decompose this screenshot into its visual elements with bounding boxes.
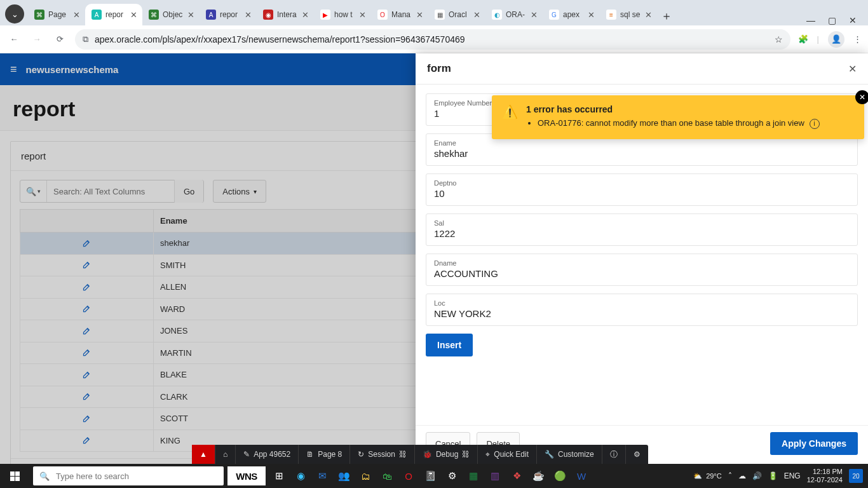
- action-center-icon[interactable]: 20: [849, 469, 863, 483]
- oracle-icon[interactable]: O: [398, 464, 419, 488]
- tab-close-icon[interactable]: ✕: [187, 10, 194, 20]
- tab-close-icon[interactable]: ✕: [531, 10, 538, 20]
- taskbar-search[interactable]: 🔍 Type here to search: [33, 466, 224, 485]
- language-indicator[interactable]: ENG: [784, 471, 801, 480]
- browser-tab[interactable]: OMana✕: [371, 4, 428, 25]
- tab-favicon: ▦: [435, 10, 445, 20]
- field-deptno[interactable]: Deptno 10: [426, 173, 858, 206]
- window-maximize-button[interactable]: ▢: [828, 15, 836, 25]
- devbar-quickedit[interactable]: ⌖Quick Edit: [478, 445, 537, 464]
- tab-close-icon[interactable]: ✕: [73, 10, 80, 20]
- devbar-debug[interactable]: 🐞Debug⛓: [415, 445, 478, 464]
- wns-widget[interactable]: WNS: [227, 466, 266, 485]
- store-icon[interactable]: 🛍: [376, 464, 398, 488]
- tab-title: Objec: [163, 10, 184, 19]
- tab-title: Oracl: [449, 10, 470, 19]
- outlook-icon[interactable]: ✉: [311, 464, 333, 488]
- app-icon-red[interactable]: ❖: [506, 464, 527, 488]
- chrome-icon[interactable]: 🟢: [549, 464, 571, 488]
- edge-icon[interactable]: ◉: [290, 464, 311, 488]
- tab-title: repor: [220, 10, 241, 19]
- browser-tab[interactable]: ≡sql se✕: [600, 4, 657, 25]
- value-deptno: 10: [434, 188, 850, 199]
- nav-reload-button[interactable]: ⟳: [52, 32, 67, 47]
- browser-tab[interactable]: ▦Oracl✕: [428, 4, 485, 25]
- field-sal[interactable]: Sal 1222: [426, 214, 858, 246]
- devbar-settings[interactable]: ⚙: [626, 445, 648, 464]
- label-ename: Ename: [434, 139, 850, 147]
- drawer-close-button[interactable]: ✕: [848, 63, 857, 75]
- start-button[interactable]: [0, 464, 29, 488]
- nav-back-button[interactable]: ←: [6, 32, 22, 47]
- tab-close-icon[interactable]: ✕: [416, 10, 423, 20]
- tab-title: repor: [105, 10, 126, 19]
- page-icon: 🗎: [306, 450, 314, 459]
- windows-taskbar: 🔍 Type here to search WNS ⊞ ◉ ✉ 👥 🗂 🛍 O …: [0, 464, 868, 488]
- tab-close-icon[interactable]: ✕: [302, 10, 309, 20]
- tab-close-icon[interactable]: ✕: [359, 10, 366, 20]
- browser-tab[interactable]: Arepor✕: [200, 4, 257, 25]
- devbar-app[interactable]: ✎App 49652: [236, 445, 299, 464]
- site-info-icon[interactable]: ⧉: [83, 34, 88, 44]
- tab-title: Intera: [277, 10, 298, 19]
- tab-close-icon[interactable]: ✕: [645, 10, 652, 20]
- weather-icon: ⛅: [693, 472, 702, 480]
- tab-favicon: A: [92, 10, 102, 20]
- teams-icon[interactable]: 👥: [333, 464, 355, 488]
- devbar-page[interactable]: 🗎Page 8: [299, 445, 350, 464]
- tab-close-icon[interactable]: ✕: [245, 10, 252, 20]
- settings-icon[interactable]: ⚙: [441, 464, 463, 488]
- tab-close-icon[interactable]: ✕: [588, 10, 595, 20]
- browser-tab[interactable]: ⌘Page✕: [28, 4, 85, 25]
- field-dname[interactable]: Dname ACCOUNTING: [426, 254, 858, 286]
- alert-close-button[interactable]: ✕: [855, 90, 868, 104]
- browser-tab[interactable]: ◉Intera✕: [257, 4, 314, 25]
- tab-close-icon[interactable]: ✕: [130, 10, 137, 20]
- browser-toolbar: ← → ⟳ ⧉ apex.oracle.com/pls/apex/r/xxape…: [0, 25, 868, 53]
- window-minimize-button[interactable]: —: [806, 15, 815, 25]
- tab-search-button[interactable]: ⌄: [5, 4, 24, 24]
- browser-tab[interactable]: Arepor✕: [85, 4, 142, 25]
- volume-icon[interactable]: 🔊: [752, 471, 762, 480]
- explorer-icon[interactable]: 🗂: [355, 464, 376, 488]
- word-icon[interactable]: W: [571, 464, 592, 488]
- field-loc[interactable]: Loc NEW YORK2: [426, 294, 858, 326]
- new-tab-button[interactable]: ＋: [657, 6, 676, 25]
- apply-changes-button[interactable]: Apply Changes: [770, 432, 858, 455]
- address-bar[interactable]: ⧉ apex.oracle.com/pls/apex/r/xxapex17s/n…: [75, 29, 790, 50]
- home-icon: ⌂: [223, 450, 227, 459]
- onenote-icon[interactable]: ▥: [484, 464, 506, 488]
- browser-tab[interactable]: ◐ORA-✕: [485, 4, 543, 25]
- browser-tab[interactable]: Gapex✕: [543, 4, 600, 25]
- devbar-home[interactable]: ⌂: [215, 445, 236, 464]
- insert-button[interactable]: Insert: [426, 334, 473, 356]
- java-icon[interactable]: ☕: [527, 464, 549, 488]
- tray-overflow-icon[interactable]: ˄: [728, 471, 732, 480]
- devbar-customize[interactable]: 🔧Customize: [537, 445, 602, 464]
- window-close-button[interactable]: ✕: [849, 15, 857, 25]
- browser-tab[interactable]: ⌘Objec✕: [142, 4, 200, 25]
- tab-close-icon[interactable]: ✕: [473, 10, 480, 20]
- label-dname: Dname: [434, 259, 850, 267]
- extensions-icon[interactable]: 🧩: [798, 34, 808, 44]
- alert-message: ORA-01776: cannot modify more than one b…: [538, 118, 804, 128]
- devbar-errors[interactable]: ▲: [192, 445, 215, 464]
- bookmark-star-icon[interactable]: ☆: [775, 34, 783, 44]
- nav-forward-button[interactable]: →: [29, 32, 44, 47]
- tab-title: ORA-: [506, 10, 527, 19]
- info-icon[interactable]: i: [810, 119, 820, 129]
- battery-icon[interactable]: 🔋: [768, 471, 778, 480]
- form-drawer: form ✕ Employee Number 1 Ename shekhar D…: [416, 53, 868, 464]
- devbar-info[interactable]: ⓘ: [602, 445, 626, 464]
- task-view-icon[interactable]: ⊞: [268, 464, 290, 488]
- taskbar-clock[interactable]: 12:18 PM 12-07-2024: [807, 468, 843, 484]
- notes-icon[interactable]: 📓: [419, 464, 441, 488]
- weather-widget[interactable]: ⛅29°C: [693, 472, 722, 480]
- browser-tab[interactable]: ▶how t✕: [314, 4, 371, 25]
- onedrive-icon[interactable]: ☁: [738, 471, 746, 480]
- profile-avatar[interactable]: 👤: [828, 31, 844, 48]
- label-loc: Loc: [434, 299, 850, 307]
- chrome-menu-icon[interactable]: ⋮: [853, 34, 862, 44]
- excel-icon[interactable]: ▦: [463, 464, 484, 488]
- devbar-session[interactable]: ↻Session⛓: [350, 445, 415, 464]
